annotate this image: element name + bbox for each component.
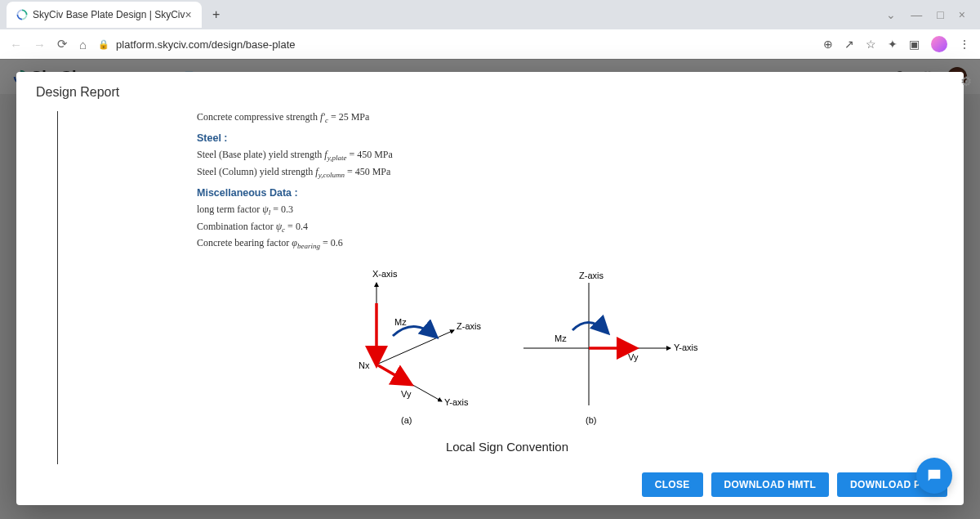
tab-favicon: [16, 9, 28, 20]
chat-bubble[interactable]: [916, 458, 952, 494]
svg-text:Nx: Nx: [359, 360, 370, 370]
tab-close-icon[interactable]: ×: [185, 8, 192, 21]
download-html-button[interactable]: DOWNLOAD HMTL: [711, 472, 830, 497]
share-icon[interactable]: ↗: [844, 38, 854, 51]
section-heading-steel: Steel :: [197, 132, 817, 144]
lock-icon: 🔒: [98, 39, 109, 50]
svg-text:(b): (b): [586, 415, 596, 425]
zoom-icon[interactable]: ⊕: [823, 38, 833, 51]
minimize-icon[interactable]: —: [911, 8, 922, 21]
sidepanel-icon[interactable]: ▣: [909, 38, 920, 51]
diagram-caption: Local Sign Convention: [197, 440, 817, 454]
svg-text:Z-axis: Z-axis: [579, 271, 604, 280]
svg-text:Vy: Vy: [628, 352, 639, 362]
browser-tab[interactable]: SkyCiv Base Plate Design | SkyCiv ×: [7, 2, 202, 28]
reload-button[interactable]: ⟳: [57, 37, 68, 51]
modal-backdrop: ⚙ Design Report Concrete compressive str…: [0, 59, 980, 519]
profile-avatar[interactable]: [931, 36, 947, 52]
svg-line-8: [378, 365, 409, 383]
maximize-icon[interactable]: □: [937, 8, 943, 21]
svg-text:Z-axis: Z-axis: [457, 321, 481, 331]
report-line: Concrete compressive strength f'c = 25 M…: [197, 111, 817, 124]
extensions-icon[interactable]: ✦: [888, 38, 898, 51]
svg-text:Mz: Mz: [555, 333, 567, 343]
svg-line-2: [376, 330, 454, 365]
url-text: platform.skyciv.com/design/base-plate: [116, 38, 295, 51]
report-line: Concrete bearing factor φbearing = 0.6: [197, 237, 817, 250]
modal-title: Design Report: [16, 72, 964, 108]
menu-icon[interactable]: ⋮: [959, 38, 970, 51]
browser-tab-bar: SkyCiv Base Plate Design | SkyCiv × + ⌄ …: [0, 0, 980, 29]
new-tab-button[interactable]: +: [208, 7, 225, 22]
bookmark-icon[interactable]: ☆: [866, 38, 876, 51]
close-button[interactable]: CLOSE: [642, 472, 703, 497]
svg-text:X-axis: X-axis: [372, 269, 398, 279]
gear-icon[interactable]: ⚙: [960, 74, 972, 89]
svg-text:(a): (a): [401, 415, 412, 425]
address-bar[interactable]: 🔒 platform.skyciv.com/design/base-plate: [98, 38, 812, 51]
report-line: Steel (Column) yield strength fy,column …: [197, 166, 817, 179]
modal-body[interactable]: Concrete compressive strength f'c = 25 M…: [16, 108, 964, 464]
close-window-icon[interactable]: ×: [959, 8, 965, 21]
report-line: Combination factor ψc = 0.4: [197, 221, 817, 234]
forward-button[interactable]: →: [33, 38, 46, 51]
modal-footer: CLOSE DOWNLOAD HMTL DOWNLOAD PDF: [16, 464, 964, 505]
svg-text:Vy: Vy: [401, 389, 412, 399]
chevron-down-icon[interactable]: ⌄: [886, 8, 896, 21]
back-button[interactable]: ←: [10, 38, 22, 51]
tab-title: SkyCiv Base Plate Design | SkyCiv: [33, 9, 185, 20]
svg-text:Y-axis: Y-axis: [444, 397, 469, 407]
section-heading-misc: Miscellaneous Data :: [197, 187, 817, 199]
design-report-modal: Design Report Concrete compressive stren…: [16, 72, 964, 505]
svg-text:Y-axis: Y-axis: [674, 342, 698, 352]
sign-convention-diagram: X-axis Z-axis Y-axis Nx: [197, 266, 817, 430]
report-line: Steel (Base plate) yield strength fy,pla…: [197, 149, 817, 162]
report-line: long term factor ψl = 0.3: [197, 204, 817, 217]
home-button[interactable]: ⌂: [79, 38, 87, 51]
svg-text:Mz: Mz: [394, 317, 407, 327]
